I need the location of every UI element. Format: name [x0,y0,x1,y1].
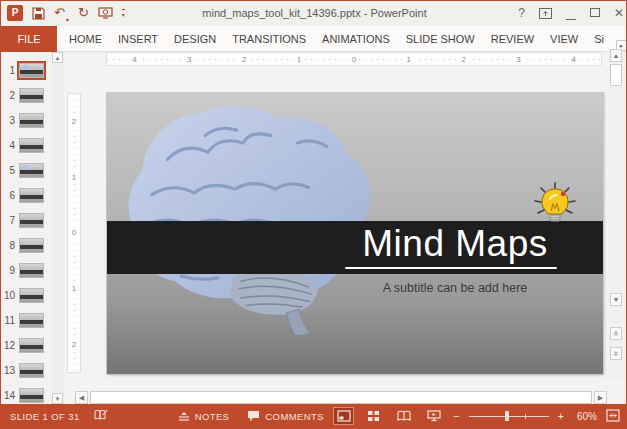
slide-thumbnail-13[interactable]: 13 [1,358,51,382]
notes-icon [178,411,190,422]
thumbnail-image[interactable] [19,163,44,178]
comments-button[interactable]: COMMENTS [247,410,324,422]
zoom-out-icon[interactable]: − [453,410,459,422]
vertical-scroll-thumb[interactable] [610,64,622,86]
zoom-slider-thumb[interactable] [505,411,509,421]
tab-home[interactable]: HOME [65,33,106,45]
thumbnail-image[interactable] [19,63,44,78]
slide-thumbnail-6[interactable]: 6 [1,183,51,207]
slide-thumbnail-3[interactable]: 3 [1,108,51,132]
slides-thumbnail-panel: 1 2 3 4 5 6 7 8 9 10 11 12 13 14 ▲ ▼ [1,52,64,406]
tab-slide-show[interactable]: SLIDE SHOW [402,33,479,45]
spell-check-icon[interactable] [94,409,108,423]
slide-sorter-view-button[interactable] [363,407,384,425]
slide-subtitle[interactable]: A subtitle can be add here [347,281,563,295]
slide-canvas[interactable]: Mind Maps A subtitle can be add here [107,93,603,374]
scroll-down-icon[interactable]: ▼ [610,293,622,306]
slide-thumbnail-10[interactable]: 10 [1,283,51,307]
slide-counter[interactable]: SLIDE 1 OF 31 [10,411,80,422]
ribbon-tab-row: FILE HOME INSERT DESIGN TRANSITIONS ANIM… [1,26,627,52]
ribbon-display-options-icon[interactable] [539,8,552,19]
thumbnail-image[interactable] [19,138,44,153]
vertical-scrollbar[interactable]: ▲ ▼ « » [609,49,623,379]
slide-thumbnail-11[interactable]: 11 [1,308,51,332]
tab-insert[interactable]: INSERT [114,33,162,45]
help-icon[interactable]: ? [518,1,525,26]
notes-button[interactable]: NOTES [178,411,230,422]
thumbnail-image[interactable] [19,113,44,128]
ribbon-tabs: HOME INSERT DESIGN TRANSITIONS ANIMATION… [59,26,614,52]
zoom-level[interactable]: 60% [573,411,597,422]
slide-thumbnail-1[interactable]: 1 [1,58,51,82]
thumbnail-image[interactable] [19,188,44,203]
vertical-ruler: 2 1 0 1 2 [67,93,81,373]
tab-review[interactable]: REVIEW [487,33,538,45]
window-controls: ? ✕ [518,1,624,26]
normal-view-button[interactable] [333,407,354,425]
thumbnail-image[interactable] [19,338,44,353]
slide-thumbnail-5[interactable]: 5 [1,158,51,182]
scroll-up-icon[interactable]: ▲ [610,49,622,62]
brain-image [107,95,405,335]
horizontal-ruler: 4 3 2 1 0 1 2 3 4 [106,52,602,66]
thumbnail-image[interactable] [19,388,44,403]
thumbnail-panel-scrollbar[interactable]: ▲ ▼ [51,52,64,406]
scroll-up-icon[interactable]: ▲ [52,52,63,63]
title-underline [345,267,557,269]
tab-transitions[interactable]: TRANSITIONS [228,33,310,45]
comments-icon [247,410,260,422]
thumbnail-image[interactable] [19,363,44,378]
tab-file[interactable]: FILE [1,26,57,52]
zoom-in-icon[interactable]: + [558,410,564,422]
tab-view[interactable]: VIEW [546,33,582,45]
tab-design[interactable]: DESIGN [170,33,220,45]
slide-show-view-button[interactable] [423,407,444,425]
slide-thumbnail-4[interactable]: 4 [1,133,51,157]
fit-slide-to-window-icon[interactable] [606,409,620,424]
slide-show-icon [427,410,441,422]
thumbnail-image[interactable] [19,213,44,228]
horizontal-scroll-track[interactable] [90,391,592,404]
powerpoint-window: P ↶ ▾ ↻ ▾ mind_maps_tool_kit_14396.pptx … [0,0,627,429]
scroll-right-icon[interactable]: ▶ [594,391,607,404]
slide-thumbnail-8[interactable]: 8 [1,233,51,257]
reading-view-button[interactable] [393,407,414,425]
scroll-left-icon[interactable]: ◀ [75,391,88,404]
thumbnail-image[interactable] [19,238,44,253]
close-button[interactable]: ✕ [614,1,624,26]
thumbnail-image[interactable] [19,288,44,303]
previous-slide-icon[interactable]: « [610,327,622,340]
next-slide-icon[interactable]: » [610,347,622,360]
slide-thumbnail-12[interactable]: 12 [1,333,51,357]
zoom-slider[interactable] [469,410,549,422]
thumbnail-image[interactable] [19,88,44,103]
slide-thumbnail-2[interactable]: 2 [1,83,51,107]
normal-view-icon [337,410,351,422]
scroll-down-icon[interactable]: ▼ [52,393,63,404]
title-bar: P ↶ ▾ ↻ ▾ mind_maps_tool_kit_14396.pptx … [1,1,627,26]
thumbnail-image[interactable] [19,313,44,328]
slide-thumbnail-9[interactable]: 9 [1,258,51,282]
status-bar: SLIDE 1 OF 31 NOTES COMMENTS [1,404,627,428]
horizontal-scrollbar[interactable]: ◀ ▶ [75,391,607,405]
tab-animations[interactable]: ANIMATIONS [318,33,394,45]
lightbulb-icon [529,179,581,231]
maximize-button[interactable] [590,1,600,26]
thumbnail-image[interactable] [19,263,44,278]
tab-truncated[interactable]: Si [590,33,608,45]
slide-thumbnail-7[interactable]: 7 [1,208,51,232]
reading-view-icon [397,410,411,422]
minimize-button[interactable] [566,1,576,26]
slide-sorter-icon [367,410,380,422]
